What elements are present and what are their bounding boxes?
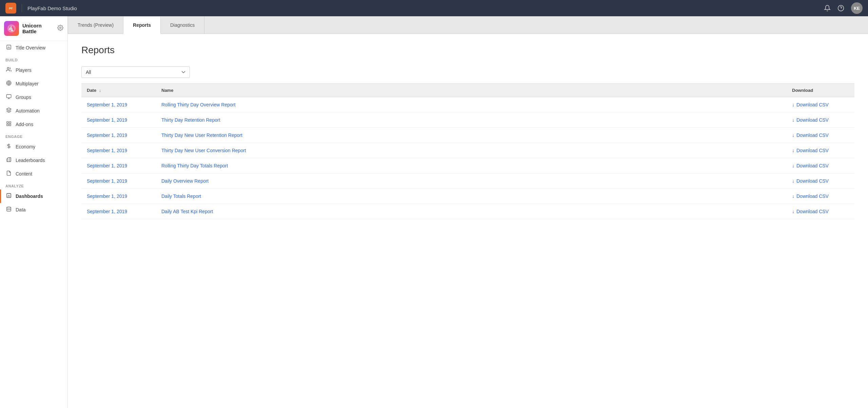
report-name-link[interactable]: Daily Overview Report — [161, 178, 209, 184]
studio-name: PlayFab Demo Studio — [27, 5, 820, 11]
notification-button[interactable] — [824, 5, 831, 12]
report-name-link[interactable]: Thirty Day New User Retention Report — [161, 132, 242, 138]
sidebar-item-title-overview[interactable]: Title Overview — [0, 41, 67, 55]
table-row: September 1, 2019Thirty Day Retention Re… — [81, 113, 854, 128]
download-csv-link[interactable]: ↓Download CSV — [792, 193, 849, 199]
sort-arrow-icon: ↓ — [99, 88, 101, 93]
topbar: PF PlayFab Demo Studio KE — [0, 0, 868, 16]
reports-table: Date ↓ Name Download September 1, 2019Ro… — [81, 83, 854, 219]
date-link[interactable]: September 1, 2019 — [87, 163, 127, 168]
svg-text:PF: PF — [9, 7, 13, 10]
report-name-link[interactable]: Rolling Thirty Day Overview Report — [161, 102, 235, 107]
filter-select[interactable]: All Daily Weekly Monthly — [81, 66, 190, 78]
topbar-icons: KE — [824, 2, 863, 14]
date-link[interactable]: September 1, 2019 — [87, 117, 127, 123]
download-icon: ↓ — [792, 163, 794, 168]
svg-point-7 — [7, 67, 9, 69]
tab-diagnostics[interactable]: Diagnostics — [161, 16, 204, 34]
download-csv-link[interactable]: ↓Download CSV — [792, 102, 849, 107]
groups-icon — [5, 94, 12, 101]
tab-bar: Trends (Preview) Reports Diagnostics — [68, 16, 868, 34]
help-button[interactable] — [837, 5, 844, 12]
report-name-link[interactable]: Daily Totals Report — [161, 193, 201, 199]
download-icon: ↓ — [792, 148, 794, 153]
sidebar-item-economy[interactable]: Economy — [0, 140, 67, 154]
sidebar-multiplayer-label: Multiplayer — [16, 81, 39, 86]
download-csv-link[interactable]: ↓Download CSV — [792, 163, 849, 168]
date-link[interactable]: September 1, 2019 — [87, 132, 127, 138]
col-header-download: Download — [787, 84, 854, 97]
svg-rect-11 — [9, 122, 11, 123]
game-header: 🦄 Unicorn Battle — [0, 16, 67, 41]
addons-icon — [5, 121, 12, 128]
download-icon: ↓ — [792, 209, 794, 214]
table-row: September 1, 2019Thirty Day New User Con… — [81, 143, 854, 158]
report-name-link[interactable]: Thirty Day Retention Report — [161, 117, 220, 123]
svg-rect-9 — [6, 95, 11, 98]
globe-icon — [5, 80, 12, 87]
table-row: September 1, 2019Thirty Day New User Ret… — [81, 128, 854, 143]
download-csv-link[interactable]: ↓Download CSV — [792, 148, 849, 153]
sidebar-item-addons[interactable]: Add-ons — [0, 118, 67, 131]
sidebar-item-multiplayer[interactable]: Multiplayer — [0, 77, 67, 90]
sidebar-automation-label: Automation — [16, 108, 40, 114]
download-csv-link[interactable]: ↓Download CSV — [792, 178, 849, 184]
col-header-date[interactable]: Date ↓ — [81, 84, 156, 97]
economy-icon — [5, 143, 12, 150]
report-name-link[interactable]: Rolling Thirty Day Totals Report — [161, 163, 228, 168]
settings-icon[interactable] — [57, 25, 63, 33]
report-name-link[interactable]: Thirty Day New User Conversion Report — [161, 148, 246, 153]
table-row: September 1, 2019Daily AB Test Kpi Repor… — [81, 204, 854, 219]
download-csv-link[interactable]: ↓Download CSV — [792, 117, 849, 123]
playfab-logo: PF — [5, 3, 16, 14]
download-icon: ↓ — [792, 132, 794, 138]
user-avatar[interactable]: KE — [851, 2, 863, 14]
download-icon: ↓ — [792, 193, 794, 199]
report-name-link[interactable]: Daily AB Test Kpi Report — [161, 209, 213, 214]
sidebar-dashboards-label: Dashboards — [16, 193, 43, 199]
sidebar-item-automation[interactable]: Automation — [0, 104, 67, 118]
download-csv-link[interactable]: ↓Download CSV — [792, 132, 849, 138]
topbar-divider — [22, 4, 22, 12]
svg-point-17 — [7, 207, 11, 208]
date-link[interactable]: September 1, 2019 — [87, 178, 127, 184]
sidebar-players-label: Players — [16, 67, 32, 73]
download-icon: ↓ — [792, 117, 794, 123]
date-link[interactable]: September 1, 2019 — [87, 209, 127, 214]
svg-rect-12 — [9, 124, 11, 126]
sidebar-item-players[interactable]: Players — [0, 63, 67, 77]
sidebar-item-groups[interactable]: Groups — [0, 90, 67, 104]
col-header-name: Name — [156, 84, 787, 97]
sidebar-item-data[interactable]: Data — [0, 203, 67, 217]
table-row: September 1, 2019Rolling Thirty Day Over… — [81, 97, 854, 113]
download-csv-link[interactable]: ↓Download CSV — [792, 209, 849, 214]
players-icon — [5, 67, 12, 74]
sidebar-economy-label: Economy — [16, 144, 35, 149]
content-area: Reports All Daily Weekly Monthly Date ↓ — [68, 34, 868, 408]
svg-point-5 — [60, 27, 61, 28]
dashboards-icon — [5, 193, 12, 200]
leaderboards-icon — [5, 157, 12, 164]
page-title: Reports — [81, 45, 854, 56]
sidebar-item-leaderboards[interactable]: Leaderboards — [0, 154, 67, 167]
bar-chart-icon — [5, 44, 12, 51]
sidebar-item-content[interactable]: Content — [0, 167, 67, 181]
svg-rect-10 — [7, 122, 8, 123]
engage-section-label: ENGAGE — [0, 131, 67, 140]
svg-rect-13 — [7, 124, 8, 126]
automation-icon — [5, 107, 12, 114]
date-link[interactable]: September 1, 2019 — [87, 102, 127, 107]
sidebar: 🦄 Unicorn Battle Title Overview BUILD — [0, 16, 68, 408]
download-icon: ↓ — [792, 102, 794, 107]
build-section-label: BUILD — [0, 55, 67, 63]
svg-rect-15 — [8, 158, 9, 162]
date-link[interactable]: September 1, 2019 — [87, 148, 127, 153]
svg-text:🦄: 🦄 — [8, 25, 15, 32]
tab-trends[interactable]: Trends (Preview) — [68, 16, 123, 34]
date-link[interactable]: September 1, 2019 — [87, 193, 127, 199]
table-row: September 1, 2019Rolling Thirty Day Tota… — [81, 158, 854, 174]
sidebar-leaderboards-label: Leaderboards — [16, 158, 45, 163]
tab-reports[interactable]: Reports — [123, 17, 161, 34]
sidebar-item-dashboards[interactable]: Dashboards — [0, 189, 67, 203]
sidebar-content-label: Content — [16, 171, 32, 177]
